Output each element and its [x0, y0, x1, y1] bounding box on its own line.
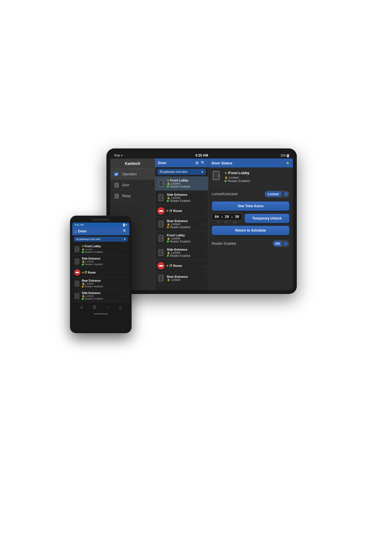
side-ent-status-1: 🔒 Locked: [167, 196, 205, 199]
phone-door-status-fl-1: 🔒 Locked: [82, 248, 126, 251]
sidebar-item-door[interactable]: Door: [110, 180, 155, 191]
tablet-device: iPad ✦ 4:20 AM 32% ▓ Kantech Operation: [106, 148, 297, 294]
phone-door-svg-rear-1: [74, 281, 80, 287]
phone-status-icons: ▓ ●: [123, 223, 127, 226]
door-item-info-rear-2: Rear Entrance 🔒 Locked: [167, 275, 205, 281]
door-list-item-rear-2[interactable]: Rear Entrance 🔒 Locked ›: [155, 272, 208, 284]
door-list-header: Door ⊞ 🔍: [155, 158, 208, 167]
svg-point-39: [78, 295, 78, 296]
phone-door-name-rear-1: Rear Entrance: [82, 279, 126, 282]
phone-reader-side-1: Reader Enabled: [82, 263, 126, 266]
nav-menu-button[interactable]: ☰: [93, 305, 96, 309]
lock-rear-2: 🔒: [167, 278, 170, 281]
reader-dot-side-1: [167, 200, 169, 202]
door-list-item-rear-entrance-1[interactable]: Rear Entrance 🔒 Locked Reader disabled: [155, 217, 208, 231]
sidebar-label-relay: Relay: [122, 194, 131, 198]
nav-search-button[interactable]: ○: [106, 305, 109, 309]
selected-door-locked: 🔒 Locked: [225, 176, 250, 179]
door-list-item-side-entrance-1[interactable]: Side Entrance 🔒 Locked Reader Enabled: [155, 191, 208, 205]
door-list-item-side-entrance-2[interactable]: Side Entrance 🔒 Locked Reader Enabled: [155, 246, 208, 260]
phone-door-svg-fl-1: [74, 246, 80, 252]
side-ent-reader-1: Reader Enabled: [167, 199, 205, 202]
svg-point-33: [78, 261, 78, 262]
sidebar-item-operation[interactable]: Operation: [110, 169, 155, 180]
phone-door-item-rear-1[interactable]: Rear Entrance 🔒 Locked Reader disabled ›: [72, 277, 129, 290]
one-time-access-button[interactable]: One Time Acess: [212, 201, 290, 211]
door-list-header-icons: ⊞ 🔍: [195, 161, 205, 165]
door-list-item-front-lobby-1[interactable]: ★ Front Lobby 🔒 Locked Reader Enabled: [155, 176, 208, 191]
status-panel-header: Door Status ★: [208, 158, 293, 167]
relay-icon-sidebar: [114, 193, 120, 199]
time-display[interactable]: 04 : 20 : 30: [212, 213, 242, 220]
toggle-switch[interactable]: [281, 191, 289, 197]
hr-label: Hr: [217, 221, 219, 223]
phone-time: 3:41 AM: [74, 223, 84, 226]
filter-chevron-icon: ▼: [201, 171, 204, 173]
nav-home-button[interactable]: △: [119, 305, 122, 309]
on-circle-area: [282, 241, 289, 247]
svg-point-3: [117, 185, 118, 185]
phone-door-info-side-1: Side Entrance 🔒 Locked Reader Enabled: [82, 257, 126, 266]
status-panel-title: Door Status: [212, 161, 232, 165]
no-entry-icon-1: [157, 207, 165, 214]
phone-door-info-side-2: Side Entrance 🔒 Locked Reader Enabled: [82, 291, 126, 300]
phone-chevron-fl-1: ›: [126, 248, 127, 251]
phone-door-svg-side-2: [74, 293, 80, 299]
phone-door-item-side-2[interactable]: Side Entrance 🔒 Locked Reader Enabled ›: [72, 290, 129, 302]
door-status-panel: Door Status ★ ★ Front Lobby: [208, 158, 293, 290]
svg-point-6: [117, 196, 118, 196]
tablet-door-list-panel: Door ⊞ 🔍 All gateways and sites ▼: [155, 158, 208, 290]
door-icon-rear-2: [157, 274, 165, 282]
grid-icon: ⊞: [195, 161, 199, 165]
phone-door-item-side-1[interactable]: Side Entrance 🔒 Locked Reader Enabled ›: [72, 255, 129, 268]
svg-point-12: [162, 197, 163, 198]
rear-reader-1: Reader disabled: [167, 226, 205, 229]
star-it-2: ★: [166, 264, 169, 267]
time-unlock-row: 04 : 20 : 30 Hr Min Sec Temporary Unlock: [212, 213, 290, 223]
phone-door-name-fl-1: ★ Front Lobby: [82, 245, 126, 248]
door-item-name-front-lobby-2: Front Lobby: [167, 234, 205, 237]
door-icon-front-lobby-2: [157, 234, 165, 242]
locked-toggle-button[interactable]: Locked: [265, 191, 290, 197]
door-list-item-front-lobby-2[interactable]: Front Lobby 🔒 Locked Reader Enabled: [155, 231, 208, 246]
tablet-status-bar: iPad ✦ 4:20 AM 32% ▓: [110, 152, 293, 158]
door-icon-rear-1: [157, 220, 165, 228]
sidebar-label-door: Door: [122, 183, 129, 187]
nav-back-button[interactable]: ◁: [80, 305, 83, 309]
locked-unlocked-label: Locked/Unlocked: [212, 192, 237, 196]
door-reader-status-1: Reader Enabled: [167, 185, 205, 188]
phone-search-icon[interactable]: 🔍: [123, 229, 127, 233]
front-lobby-2-reader: Reader Enabled: [167, 240, 205, 243]
door-item-name-rear-1: Rear Entrance: [167, 219, 205, 223]
svg-point-21: [162, 252, 163, 253]
gateway-filter-tablet[interactable]: All gateways and sites ▼: [157, 169, 206, 175]
door-item-info-rear-1: Rear Entrance 🔒 Locked Reader disabled: [167, 219, 205, 229]
reader-enabled-toggle[interactable]: ON: [273, 240, 290, 247]
chevron-it-2: ›: [205, 264, 206, 268]
selected-lock-icon: 🔒: [225, 176, 228, 179]
phone-lock-fl-1: 🔒 Locked: [82, 248, 92, 251]
phone-gateway-filter[interactable]: All gateways and sites ▼: [74, 237, 128, 242]
return-to-schedule-button[interactable]: Return to Schedule: [212, 226, 290, 235]
phone-door-status-side-1: 🔒 Locked: [82, 260, 126, 263]
svg-point-18: [162, 238, 163, 239]
temporary-unlock-button[interactable]: Temporary Unlock: [244, 214, 290, 223]
side-2-reader: Reader Enabled: [167, 254, 205, 257]
phone-door-item-it-1[interactable]: ★ IT Room ›: [72, 268, 129, 277]
phone-door-item-front-lobby-1[interactable]: ★ Front Lobby 🔒 Locked Reader Enabled ›: [72, 243, 129, 255]
phone-reader-dot-fl-1: [82, 251, 84, 253]
no-entry-icon-2: [157, 262, 165, 269]
lock-icon-1: 🔒: [167, 182, 170, 185]
phone-header-left: ⌂ Door: [74, 229, 87, 233]
phone-home-icon[interactable]: ⌂: [74, 229, 77, 233]
status-panel-star-icon[interactable]: ★: [286, 161, 290, 165]
door-item-name-rear-2: Rear Entrance: [167, 275, 205, 278]
reader-fl-2: [167, 241, 169, 242]
chevron-side-2: ›: [205, 251, 206, 255]
search-icon-door-list[interactable]: 🔍: [201, 161, 205, 165]
svg-point-24: [162, 278, 163, 279]
door-list-item-it-room-1[interactable]: ★ IT Room ›: [155, 205, 208, 217]
phone-home-indicator: [94, 313, 108, 314]
door-list-item-it-room-2[interactable]: ★ IT Room ›: [155, 260, 208, 272]
sidebar-item-relay[interactable]: Relay: [110, 191, 155, 202]
